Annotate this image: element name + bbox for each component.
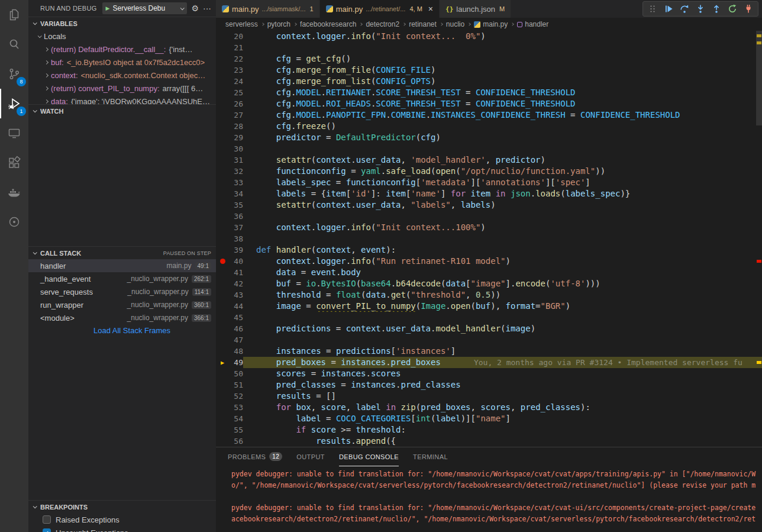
code-line[interactable]: 29 predictor = DefaultPredictor(cfg) xyxy=(216,132,762,143)
gutter-glyph[interactable] xyxy=(216,368,229,379)
gutter-glyph[interactable] xyxy=(216,402,229,413)
code-line[interactable]: 28 cfg.freeze() xyxy=(216,121,762,132)
gutter-glyph[interactable] xyxy=(216,199,229,211)
code-line[interactable]: 27 cfg.MODEL.PANOPTIC_FPN.COMBINE.INSTAN… xyxy=(216,109,762,121)
gutter-glyph[interactable] xyxy=(216,154,229,166)
panel-tab-debug-console[interactable]: DEBUG CONSOLE xyxy=(339,447,399,466)
start-debug-icon[interactable]: ▶ xyxy=(106,5,110,11)
activity-item-remote-explorer[interactable] xyxy=(0,118,28,148)
load-all-stack-frames-link[interactable]: Load All Stack Frames xyxy=(28,324,216,337)
gutter-glyph[interactable] xyxy=(216,346,229,357)
code-line[interactable]: 40 context.logger.info("Run retinanet-R1… xyxy=(216,256,762,267)
code-line[interactable]: 51 pred_classes = instances.pred_classes xyxy=(216,379,762,391)
breakpoint-row[interactable]: Raised Exceptions xyxy=(28,513,216,526)
gutter-glyph[interactable] xyxy=(216,166,229,177)
code-line[interactable]: 31 setattr(context.user_data, 'model_han… xyxy=(216,154,762,166)
breadcrumb-item[interactable]: nuclio xyxy=(446,20,464,28)
stack-frame-row[interactable]: handlermain.py49:1 xyxy=(28,259,216,272)
code-line[interactable]: 33 labels_spec = functionconfig['metadat… xyxy=(216,177,762,188)
drag-handle-icon[interactable] xyxy=(646,2,659,15)
gutter-glyph[interactable] xyxy=(216,109,229,121)
panel-tab-output[interactable]: OUTPUT xyxy=(296,447,325,466)
gutter-glyph[interactable] xyxy=(216,222,229,233)
gutter-glyph[interactable] xyxy=(216,391,229,402)
code-line[interactable]: 45 xyxy=(216,312,762,323)
stack-frame-row[interactable]: run_wrapper_nuclio_wrapper.py360:1 xyxy=(28,298,216,311)
gutter-glyph[interactable] xyxy=(216,379,229,391)
code-line[interactable]: 47 xyxy=(216,334,762,346)
call-stack-section-header[interactable]: CALL STACK PAUSED ON STEP xyxy=(28,246,216,259)
close-icon[interactable]: × xyxy=(428,5,433,13)
code-line[interactable]: 34 labels = {item['id']: item['name'] fo… xyxy=(216,188,762,199)
code-line[interactable]: 54 label = COCO_CATEGORIES[int(label)]["… xyxy=(216,413,762,424)
breadcrumb-item[interactable]: retinanet xyxy=(409,20,437,28)
disconnect-icon[interactable] xyxy=(742,2,755,15)
gutter-glyph[interactable] xyxy=(216,323,229,334)
gutter-glyph[interactable] xyxy=(216,132,229,143)
continue-icon[interactable] xyxy=(662,2,675,15)
code-line[interactable]: 20 context.logger.info("Init context... … xyxy=(216,31,762,42)
gutter-glyph[interactable] xyxy=(216,312,229,323)
gutter-glyph[interactable] xyxy=(216,233,229,244)
code-line[interactable]: 30 xyxy=(216,143,762,154)
checkbox[interactable]: ✓ xyxy=(43,528,51,532)
more-actions-icon[interactable]: ··· xyxy=(203,4,211,13)
code-line[interactable]: 21 xyxy=(216,42,762,53)
step-into-icon[interactable] xyxy=(694,2,707,15)
gutter-glyph[interactable] xyxy=(216,256,229,267)
panel-tab-terminal[interactable]: TERMINAL xyxy=(413,447,448,466)
code-line[interactable]: 42 buf = io.BytesIO(base64.b64decode(dat… xyxy=(216,278,762,289)
code-line[interactable]: ▶49 pred_boxes = instances.pred_boxesYou… xyxy=(216,357,762,368)
code-line[interactable]: 50 scores = instances.scores xyxy=(216,368,762,379)
activity-item-search[interactable] xyxy=(0,30,28,59)
variables-scope-row[interactable]: Locals xyxy=(28,30,216,43)
variable-row[interactable]: (return) DefaultPredictor.__call__:{'ins… xyxy=(28,43,216,56)
code-line[interactable]: 44 image = convert_PIL_to_numpy(Image.op… xyxy=(216,301,762,312)
code-line[interactable]: 39def handler(context, event): xyxy=(216,244,762,256)
code-line[interactable]: 53 for box, score, label in zip(pred_box… xyxy=(216,402,762,413)
variable-row[interactable]: buf:<_io.BytesIO object at 0x7f5a2dc1ecc… xyxy=(28,56,216,69)
variable-row[interactable]: context:<nuclio_sdk.context.Context obje… xyxy=(28,69,216,82)
stack-frame-row[interactable]: <module>_nuclio_wrapper.py366:1 xyxy=(28,311,216,324)
step-out-icon[interactable] xyxy=(710,2,723,15)
gutter-glyph[interactable]: ▶ xyxy=(216,357,229,368)
activity-item-docker[interactable] xyxy=(0,178,28,207)
gutter-glyph[interactable] xyxy=(216,211,229,222)
step-over-icon[interactable] xyxy=(678,2,691,15)
breakpoint-row[interactable]: ✓Uncaught Exceptions xyxy=(28,526,216,532)
gutter-glyph[interactable] xyxy=(216,244,229,256)
stack-frame-row[interactable]: _handle_event_nuclio_wrapper.py262:1 xyxy=(28,272,216,285)
panel-tab-problems[interactable]: PROBLEMS12 xyxy=(228,447,282,466)
variable-row[interactable]: data:{'image': 'iVBORw0KGgoAAAANSUhE… xyxy=(28,95,216,104)
breadcrumb-item[interactable]: pytorch xyxy=(267,20,290,28)
gutter-glyph[interactable] xyxy=(216,76,229,87)
gutter-glyph[interactable] xyxy=(216,121,229,132)
code-line[interactable]: 35 setattr(context.user_data, "labels", … xyxy=(216,199,762,211)
code-line[interactable]: 48 instances = predictions['instances'] xyxy=(216,346,762,357)
variable-row[interactable]: (return) convert_PIL_to_numpy:array([[[ … xyxy=(28,82,216,95)
editor-tab[interactable]: main.py.../siammask/...1 xyxy=(216,0,320,18)
code-line[interactable]: 36 xyxy=(216,211,762,222)
editor-tab[interactable]: {}launch.jsonM xyxy=(440,0,511,18)
code-line[interactable]: 26 cfg.MODEL.ROI_HEADS.SCORE_THRESH_TEST… xyxy=(216,98,762,109)
activity-item-circle[interactable] xyxy=(0,207,28,237)
gutter-glyph[interactable] xyxy=(216,188,229,199)
gutter-glyph[interactable] xyxy=(216,278,229,289)
watch-section-header[interactable]: WATCH xyxy=(28,104,216,117)
gutter-glyph[interactable] xyxy=(216,98,229,109)
stack-frame-row[interactable]: serve_requests_nuclio_wrapper.py114:1 xyxy=(28,285,216,298)
gutter-glyph[interactable] xyxy=(216,436,229,447)
breadcrumb-item[interactable]: serverless xyxy=(225,20,258,28)
breakpoint-icon[interactable] xyxy=(220,259,225,264)
gutter-glyph[interactable] xyxy=(216,31,229,42)
debug-config-dropdown[interactable]: ▶ Serverless Debu xyxy=(102,2,188,14)
code-line[interactable]: 46 predictions = context.user_data.model… xyxy=(216,323,762,334)
breakpoints-section-header[interactable]: BREAKPOINTS xyxy=(28,500,216,513)
gutter-glyph[interactable] xyxy=(216,301,229,312)
code-line[interactable]: 37 context.logger.info("Init context...1… xyxy=(216,222,762,233)
gutter-glyph[interactable] xyxy=(216,424,229,436)
variables-section-header[interactable]: VARIABLES xyxy=(28,17,216,30)
gutter-glyph[interactable] xyxy=(216,143,229,154)
checkbox[interactable] xyxy=(43,515,51,524)
gutter-glyph[interactable] xyxy=(216,413,229,424)
